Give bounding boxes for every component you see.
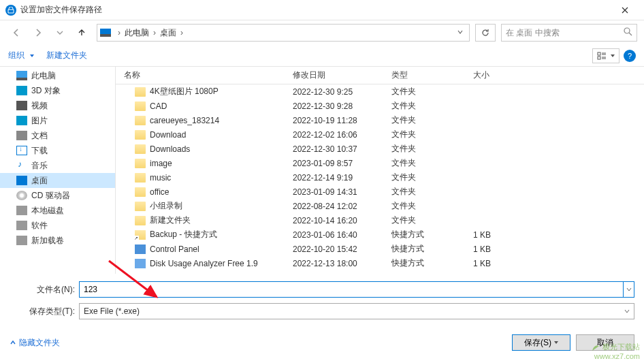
chevron-down-icon — [554, 341, 558, 344]
path-dropdown[interactable] — [454, 28, 466, 37]
file-row[interactable]: 新建文件夹 2022-10-14 16:20 文件夹 — [116, 213, 644, 227]
file-date: 2023-01-06 16:40 — [293, 230, 391, 240]
chevron-right-icon[interactable]: › — [115, 28, 123, 37]
savetype-select[interactable]: Exe File (*.exe) — [79, 303, 634, 319]
svg-point-0 — [624, 28, 630, 33]
sidebar-item-3d[interactable]: 3D 对象 — [0, 83, 115, 98]
file-type: 文件夹 — [391, 172, 473, 183]
file-row[interactable]: Download 2022-12-02 16:06 文件夹 — [116, 127, 644, 142]
sidebar-item-disk[interactable]: 本地磁盘 — [0, 203, 115, 218]
file-name: music — [150, 173, 171, 183]
file-row[interactable]: careueyes_183214 2022-10-19 11:28 文件夹 — [116, 113, 644, 127]
file-row[interactable]: office 2023-01-09 14:31 文件夹 — [116, 185, 644, 199]
file-row[interactable]: 4K壁纸图片 1080P 2022-12-30 9:25 文件夹 — [116, 84, 644, 99]
file-date: 2023-01-09 8:57 — [293, 159, 391, 168]
close-button[interactable] — [611, 1, 639, 20]
forward-button[interactable] — [29, 23, 48, 42]
cancel-button[interactable]: 取消 — [576, 334, 634, 351]
savetype-label: 保存类型(T): — [10, 306, 79, 317]
sidebar-item-dl[interactable]: 下载 — [0, 143, 115, 158]
file-name: office — [150, 187, 169, 197]
back-button[interactable] — [7, 23, 26, 42]
vol-icon — [16, 236, 27, 245]
save-form: 文件名(N): 保存类型(T): Exe File (*.exe) — [0, 274, 644, 330]
save-button[interactable]: 保存(S) — [512, 334, 570, 351]
chevron-right-icon[interactable]: › — [178, 28, 186, 37]
sw-icon — [16, 221, 27, 230]
file-name: Downloads — [150, 144, 190, 154]
navbar: › 此电脑 › 桌面 › 在 桌面 中搜索 — [0, 20, 644, 45]
file-name: Backup - 快捷方式 — [150, 229, 217, 240]
sidebar-item-desktop[interactable]: 桌面 — [0, 173, 115, 188]
organize-button[interactable]: 组织 — [8, 50, 34, 61]
filename-dropdown[interactable] — [624, 281, 634, 298]
sidebar-item-pc[interactable]: 此电脑 — [0, 68, 115, 83]
view-mode-button[interactable] — [592, 48, 619, 63]
file-date: 2022-12-30 9:28 — [293, 101, 391, 111]
file-date: 2022-10-19 11:28 — [293, 116, 391, 125]
chevron-right-icon[interactable]: › — [150, 28, 159, 37]
sidebar-item-sw[interactable]: 软件 — [0, 218, 115, 233]
sidebar: 此电脑3D 对象视频图片文档下载音乐桌面CD 驱动器本地磁盘软件新加载卷 — [0, 67, 116, 274]
address-bar[interactable]: › 此电脑 › 桌面 › — [97, 24, 470, 42]
chevron-down-icon — [611, 54, 615, 57]
sidebar-item-pic[interactable]: 图片 — [0, 113, 115, 128]
file-row[interactable]: image 2023-01-09 8:57 文件夹 — [116, 156, 644, 170]
new-folder-button[interactable]: 新建文件夹 — [46, 50, 87, 61]
column-type[interactable]: 类型 — [391, 69, 473, 81]
file-row[interactable]: CAD 2022-12-30 9:28 文件夹 — [116, 99, 644, 113]
file-type: 文件夹 — [391, 215, 473, 226]
column-date[interactable]: 修改日期 — [293, 69, 391, 81]
up-button[interactable] — [72, 23, 91, 42]
file-type: 文件夹 — [391, 129, 473, 140]
file-row[interactable]: Downloads 2022-12-30 10:37 文件夹 — [116, 142, 644, 156]
desktop-icon — [16, 176, 27, 185]
file-row[interactable]: Disk Usage Analyzer Free 1.9 2022-12-13 … — [116, 256, 644, 270]
file-row[interactable]: music 2022-12-14 9:19 文件夹 — [116, 170, 644, 185]
app-icon — [135, 259, 146, 268]
path-root[interactable]: 此电脑 — [123, 27, 150, 39]
file-type: 文件夹 — [391, 186, 473, 198]
file-size: 1 KB — [473, 259, 528, 268]
file-row[interactable]: 小组录制 2022-08-24 12:02 文件夹 — [116, 199, 644, 213]
filename-input[interactable] — [79, 281, 624, 298]
search-icon — [624, 27, 632, 38]
help-button[interactable]: ? — [624, 50, 636, 62]
sidebar-item-music[interactable]: 音乐 — [0, 158, 115, 173]
sidebar-item-cd[interactable]: CD 驱动器 — [0, 188, 115, 203]
file-row[interactable]: Backup - 快捷方式 2023-01-06 16:40 快捷方式 1 KB — [116, 227, 644, 242]
refresh-button[interactable] — [475, 24, 496, 42]
file-row[interactable]: Control Panel 2022-10-20 15:42 快捷方式 1 KB — [116, 242, 644, 256]
file-name: Control Panel — [150, 244, 199, 254]
file-name: 小组录制 — [150, 200, 182, 212]
list-header: 名称 修改日期 类型 大小 — [116, 67, 644, 84]
hide-folders-link[interactable]: 隐藏文件夹 — [10, 337, 60, 349]
svg-rect-2 — [598, 57, 600, 59]
folder-icon — [135, 101, 146, 111]
file-type: 快捷方式 — [391, 243, 473, 255]
file-date: 2022-12-14 9:19 — [293, 173, 391, 183]
column-size[interactable]: 大小 — [473, 69, 528, 81]
file-type: 文件夹 — [391, 157, 473, 169]
file-date: 2022-08-24 12:02 — [293, 202, 391, 211]
pc-icon — [16, 71, 27, 80]
sidebar-item-doc[interactable]: 文档 — [0, 128, 115, 143]
cd-icon — [16, 191, 27, 200]
video-icon — [16, 101, 27, 110]
file-name: CAD — [150, 101, 167, 111]
chevron-down-icon — [624, 306, 630, 316]
main-panel: 此电脑3D 对象视频图片文档下载音乐桌面CD 驱动器本地磁盘软件新加载卷 名称 … — [0, 67, 644, 274]
music-icon — [16, 161, 27, 170]
path-current[interactable]: 桌面 — [159, 27, 178, 39]
shortcut-icon — [135, 230, 146, 240]
recent-dropdown[interactable] — [50, 23, 69, 42]
search-input[interactable]: 在 桌面 中搜索 — [501, 24, 637, 42]
file-size: 1 KB — [473, 244, 528, 254]
sidebar-item-video[interactable]: 视频 — [0, 98, 115, 113]
file-name: 4K壁纸图片 1080P — [150, 86, 219, 97]
sidebar-item-vol[interactable]: 新加载卷 — [0, 233, 115, 248]
pic-icon — [16, 116, 27, 125]
sidebar-item-label: 3D 对象 — [31, 85, 61, 97]
column-name[interactable]: 名称 — [116, 69, 293, 81]
search-placeholder: 在 桌面 中搜索 — [506, 27, 560, 39]
